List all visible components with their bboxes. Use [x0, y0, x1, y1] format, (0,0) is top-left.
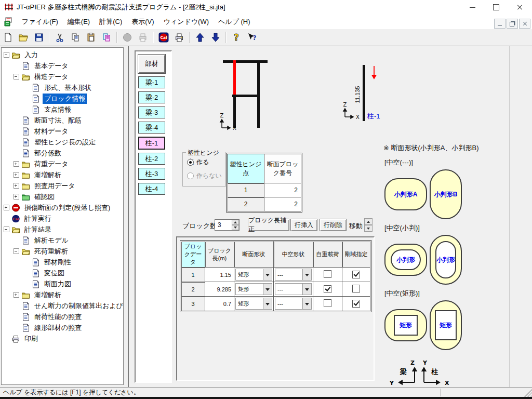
radio-create[interactable]: 作る [187, 158, 209, 167]
hollow-shape-dropdown[interactable]: --- [275, 298, 312, 310]
section-shape-dropdown[interactable]: 矩形 [235, 269, 272, 281]
dropdown-arrow-icon[interactable] [263, 269, 272, 280]
tree-item[interactable]: ブロック情報 [2, 93, 123, 104]
collapse-icon[interactable] [4, 227, 9, 232]
tree-item[interactable]: 支点情報 [2, 104, 123, 115]
tree-item[interactable]: 基本データ [2, 60, 123, 71]
spin-up-icon[interactable] [232, 220, 239, 225]
expand-icon[interactable] [14, 161, 19, 167]
tree-item[interactable]: 構造データ [2, 71, 123, 82]
hinge-block-number-cell[interactable]: 2 [264, 183, 301, 197]
member-button[interactable]: 柱-1 [138, 137, 165, 150]
menu-item[interactable]: ウィンドウ(W) [159, 15, 214, 29]
move-spinner[interactable] [364, 218, 373, 232]
menu-item[interactable]: ファイル(F) [17, 15, 63, 29]
mdi-minimize-button[interactable] [494, 19, 506, 29]
close-button[interactable] [508, 0, 532, 15]
block-count-spinner[interactable]: 3 [215, 219, 240, 231]
block-length-cell[interactable]: 0.7 [205, 297, 234, 311]
collapse-icon[interactable] [14, 248, 19, 254]
hinge-block-number-cell[interactable]: 2 [264, 197, 301, 211]
insert-row-button[interactable]: 行挿入 [290, 219, 317, 231]
save-button[interactable] [32, 31, 46, 44]
tree-item[interactable]: 材料データ [2, 126, 123, 137]
tree-item[interactable]: 塑性ヒンジ長の設定 [2, 137, 123, 148]
rigid-zone-checkbox[interactable] [352, 271, 360, 278]
collapse-icon[interactable] [14, 74, 19, 79]
expand-icon[interactable] [14, 292, 19, 298]
new-button[interactable] [1, 31, 15, 44]
tree-item[interactable]: 変位図 [2, 268, 123, 278]
collapse-icon[interactable] [4, 52, 9, 58]
tree-item[interactable]: 死荷重解析 [2, 246, 123, 257]
tree-item[interactable]: 形式、基本形状 [2, 82, 123, 93]
section-shape-dropdown[interactable]: 矩形 [235, 298, 272, 310]
delete-row-button[interactable]: 行削除 [320, 219, 347, 231]
expand-icon[interactable] [4, 205, 9, 210]
self-weight-checkbox[interactable] [324, 285, 331, 293]
resize-grip[interactable] [524, 389, 532, 397]
member-button[interactable]: 柱-3 [138, 168, 165, 180]
tree-item[interactable]: Cal計算実行 [2, 213, 123, 224]
menu-item[interactable]: 表示(V) [127, 15, 158, 29]
member-button[interactable]: 梁-2 [138, 91, 165, 103]
menu-item[interactable]: 編集(E) [63, 15, 95, 29]
menu-item[interactable]: ヘルプ (H) [214, 15, 255, 29]
self-weight-checkbox[interactable] [324, 270, 331, 278]
tree-item[interactable]: 計算結果 [2, 224, 123, 235]
member-button[interactable]: 梁-1 [138, 76, 165, 88]
expand-icon[interactable] [14, 183, 19, 189]
copy-button[interactable] [68, 31, 83, 44]
member-button[interactable]: 柱-4 [138, 183, 165, 195]
block-length-fix-button[interactable]: ブロック長補正 [248, 219, 289, 231]
tree-item[interactable]: 断面寸法、配筋 [2, 115, 123, 126]
member-button[interactable]: 柱-2 [138, 153, 165, 165]
hollow-shape-dropdown[interactable]: --- [275, 283, 312, 295]
spin-down-icon[interactable] [232, 225, 239, 230]
expand-icon[interactable] [14, 172, 19, 178]
tree-item[interactable]: 照査用データ [2, 180, 123, 191]
tree-item[interactable]: 漸増解析 [2, 289, 123, 300]
mdi-restore-button[interactable] [507, 19, 518, 29]
tree-item[interactable]: 確認図 [2, 191, 123, 202]
member-button[interactable]: 梁-3 [138, 107, 165, 118]
radio-no-create[interactable]: 作らない [187, 171, 222, 180]
move-up-button[interactable] [193, 31, 207, 44]
tree-item[interactable]: 耐荷性能の照査 [2, 311, 123, 322]
copy-color-button[interactable] [99, 31, 114, 44]
paste-button[interactable] [84, 31, 98, 44]
open-button[interactable] [16, 31, 31, 44]
dropdown-arrow-icon[interactable] [263, 298, 272, 309]
context-help-button[interactable]: ? [245, 31, 259, 44]
tree-item[interactable]: 漸増解析 [2, 169, 123, 180]
minimize-button[interactable] [460, 0, 484, 15]
tree-item[interactable]: 線形部材の照査 [2, 322, 123, 333]
dropdown-arrow-icon[interactable] [302, 284, 311, 295]
member-button[interactable]: 梁-4 [138, 122, 165, 134]
dropdown-arrow-icon[interactable] [302, 269, 311, 280]
mdi-close-button[interactable] [519, 19, 530, 29]
spin-down-icon[interactable] [364, 225, 373, 232]
tree-item[interactable]: 損傷断面の判定(段落し照査) [2, 202, 123, 213]
help-button[interactable]: ? [229, 31, 244, 44]
expand-icon[interactable] [14, 194, 19, 200]
calculate-button[interactable]: Cal [156, 31, 171, 44]
tree-item[interactable]: 解析モデル [2, 235, 123, 246]
block-length-cell[interactable]: 1.15 [205, 268, 234, 282]
rigid-zone-checkbox[interactable] [352, 300, 360, 308]
cut-button[interactable] [52, 31, 67, 44]
hollow-shape-dropdown[interactable]: --- [275, 269, 312, 281]
tree-item[interactable]: 荷重データ [2, 158, 123, 169]
dropdown-arrow-icon[interactable] [263, 284, 272, 295]
tree-item[interactable]: せん断力の制限値算出および照査 [2, 300, 123, 311]
tree-item[interactable]: 部分係数 [2, 148, 123, 158]
menu-item[interactable]: 計算(C) [95, 15, 127, 29]
section-shape-dropdown[interactable]: 矩形 [235, 283, 272, 295]
spin-up-icon[interactable] [364, 218, 373, 225]
tree-item[interactable]: 断面力図 [2, 278, 123, 289]
tree-item[interactable]: 入力 [2, 49, 123, 60]
tree-item[interactable]: 印刷 [2, 333, 123, 344]
move-down-button[interactable] [208, 31, 223, 44]
self-weight-checkbox[interactable] [324, 299, 331, 307]
block-length-cell[interactable]: 9.285 [205, 282, 234, 297]
